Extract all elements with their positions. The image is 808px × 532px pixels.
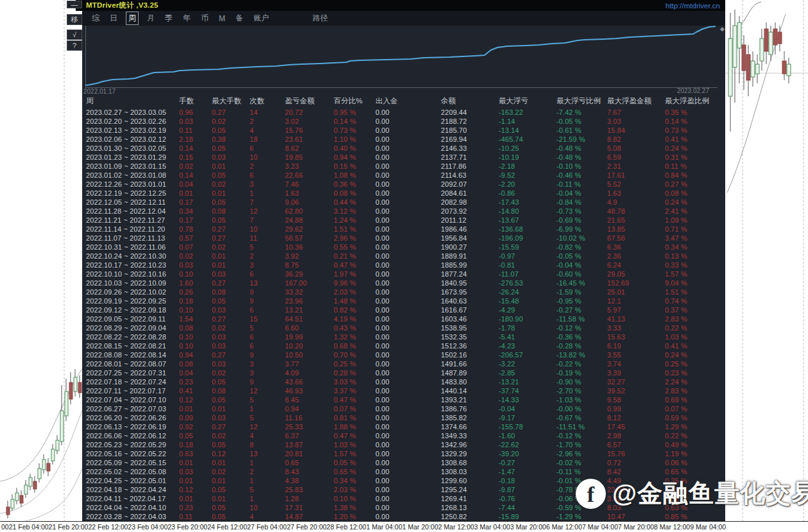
cell: -15.48 (499, 296, 556, 305)
menu-item-日[interactable]: 日 (108, 12, 119, 24)
cell: 0.10 (179, 270, 212, 279)
table-row[interactable]: 2022.05.23 ~ 2022.05.290.180.05813.871.0… (86, 440, 724, 449)
table-row[interactable]: 2023.02.20 ~ 2023.02.260.030.0223.020.14… (86, 117, 724, 126)
cell: -4.29 (499, 305, 556, 314)
cell: 2022.05.09 ~ 2022.05.15 (86, 458, 179, 467)
panel-resize-handle-icon[interactable]: ◆ (720, 26, 725, 32)
menu-item-年[interactable]: 年 (181, 12, 193, 24)
cell: 0.96 (179, 108, 212, 117)
table-row[interactable]: 2022.11.21 ~ 2022.11.270.170.05724.881.2… (86, 216, 724, 225)
table-row[interactable]: 2022.07.18 ~ 2022.07.240.230.05943.663.0… (86, 377, 724, 386)
table-row[interactable]: 2023.01.02 ~ 2023.01.080.140.05622.661.0… (86, 171, 724, 180)
cell: 6.45 (285, 395, 334, 404)
menu-item-备[interactable]: 备 (234, 12, 245, 24)
cell: 4.9 (607, 198, 665, 207)
cell: 2023.01.23 ~ 2023.01.29 (86, 153, 179, 162)
cell: 3.77 (285, 359, 334, 368)
table-row[interactable]: 2022.12.05 ~ 2022.12.110.170.0579.060.44… (86, 198, 724, 207)
cell: 0.00 (375, 404, 441, 413)
cell: 9.58 (607, 395, 665, 404)
table-row[interactable]: 2022.07.25 ~ 2022.07.310.040.0234.090.28… (86, 368, 724, 377)
table-row[interactable]: 2022.07.11 ~ 2022.07.170.410.081246.933.… (86, 386, 724, 395)
cell: 1295.24 (441, 485, 499, 494)
cell: -0.12 % (556, 431, 607, 440)
table-row[interactable]: 2022.08.22 ~ 2022.08.280.100.03619.991.3… (86, 332, 724, 341)
table-row[interactable]: 2022.09.05 ~ 2022.09.111.540.271564.514.… (86, 314, 724, 323)
cell: 4.38 (285, 476, 334, 485)
cell: 12 (250, 207, 285, 216)
cell: 10 (250, 153, 285, 162)
table-row[interactable]: 2022.11.07 ~ 2022.11.130.570.271156.572.… (86, 234, 724, 243)
cell: 10.50 (285, 350, 334, 359)
menu-item-月[interactable]: 月 (145, 12, 157, 24)
cell: -13.21 (499, 377, 556, 386)
table-row[interactable]: 2022.11.28 ~ 2022.12.040.340.081262.803.… (86, 207, 724, 216)
table-row[interactable]: 2023.02.13 ~ 2023.02.190.110.05415.760.7… (86, 126, 724, 135)
table-row[interactable]: 2022.08.29 ~ 2022.09.040.080.0256.600.43… (86, 323, 724, 332)
cell: 0.95 % (334, 108, 375, 117)
table-row[interactable]: 2022.10.31 ~ 2022.11.060.070.02510.360.5… (86, 243, 724, 252)
cell: 1512.36 (441, 341, 499, 350)
move-button[interactable]: 移 (67, 14, 82, 25)
cell: 6.19 (607, 341, 665, 350)
table-row[interactable]: 2023.01.23 ~ 2023.01.290.150.031019.850.… (86, 153, 724, 162)
cell: 0.00 (375, 431, 441, 440)
table-row[interactable]: 2022.10.17 ~ 2022.10.230.030.0138.750.47… (86, 261, 724, 270)
table-row[interactable]: 2022.10.03 ~ 2022.10.091.600.2713167.009… (86, 279, 724, 287)
menu-item-综[interactable]: 综 (90, 12, 101, 24)
help-button[interactable]: ? (67, 40, 82, 51)
cell: 0.00 (375, 485, 441, 494)
cell: 1.51 % (665, 287, 724, 296)
table-row[interactable]: 2022.09.26 ~ 2022.10.020.260.08933.322.0… (86, 287, 724, 296)
menu-item-季[interactable]: 季 (163, 12, 175, 24)
table-row[interactable]: 2022.10.24 ~ 2022.10.300.020.0123.920.21… (86, 252, 724, 261)
cell: 0.00 (375, 144, 441, 153)
table-row[interactable]: 2022.06.13 ~ 2022.06.190.920.271225.331.… (86, 422, 724, 431)
table-row[interactable]: 2023.02.06 ~ 2023.02.122.180.381823.611.… (86, 135, 724, 144)
minimize-button[interactable]: — (67, 1, 82, 8)
menu-item-账户[interactable]: 账户 (252, 12, 271, 24)
table-row[interactable]: 2022.03.28 ~ 2022.04.030.110.05414.871.2… (86, 512, 724, 521)
table-row[interactable]: 2022.10.10 ~ 2022.10.160.100.03636.291.9… (86, 270, 724, 279)
table-row[interactable]: 2022.05.02 ~ 2022.05.080.030.0228.430.65… (86, 467, 724, 476)
panel-url-link[interactable]: http://mtdriver.cn (666, 2, 720, 10)
menu-item-周[interactable]: 周 (126, 12, 139, 25)
menu-item-币[interactable]: 币 (199, 12, 211, 24)
cell: -0.05 % (556, 252, 607, 261)
table-row[interactable]: 2022.08.15 ~ 2022.08.210.100.03610.200.6… (86, 341, 724, 350)
table-row[interactable]: 2023.01.30 ~ 2023.02.050.140.0568.620.40… (86, 144, 724, 153)
table-row[interactable]: 2022.06.20 ~ 2022.06.260.090.03511.160.8… (86, 413, 724, 422)
table-row[interactable]: 2022.09.19 ~ 2022.09.250.180.05923.961.4… (86, 296, 724, 305)
cell: 9.06 (285, 198, 334, 207)
cell: 19.85 (285, 153, 334, 162)
table-row[interactable]: 2022.05.09 ~ 2022.05.150.010.0110.650.05… (86, 458, 724, 467)
table-row[interactable]: 2022.09.12 ~ 2022.09.180.100.03613.210.8… (86, 305, 724, 314)
table-row[interactable]: 2022.12.19 ~ 2022.12.250.010.0111.630.08… (86, 189, 724, 198)
time-tick-label: 23 Feb 04:00 (128, 523, 168, 531)
cell: 1640.63 (441, 296, 499, 305)
table-row[interactable]: 2023.01.09 ~ 2023.01.150.020.0123.230.15… (86, 162, 724, 171)
menu-item-path[interactable]: 路径 (311, 12, 330, 24)
table-row[interactable]: 2022.06.27 ~ 2022.07.030.010.0110.940.07… (86, 404, 724, 413)
cell: -136.68 (499, 225, 556, 234)
table-row[interactable]: 2022.12.26 ~ 2023.01.010.040.0237.460.36… (86, 180, 724, 189)
cell: 1.08 % (334, 171, 375, 180)
table-row[interactable]: 2022.07.04 ~ 2022.07.100.120.0556.450.47… (86, 395, 724, 404)
table-row[interactable]: 2022.08.08 ~ 2022.08.140.940.27910.500.7… (86, 350, 724, 359)
table-row[interactable]: 2022.05.16 ~ 2022.05.220.630.121320.811.… (86, 449, 724, 458)
table-row[interactable]: 2022.08.01 ~ 2022.08.070.080.0333.770.25… (86, 359, 724, 368)
cell: 2.03 % (334, 485, 375, 494)
cell: 1.29 % (665, 422, 724, 431)
table-row[interactable]: 2023.02.27 ~ 2023.03.050.960.271420.720.… (86, 108, 724, 117)
cell: 1502.16 (441, 350, 499, 359)
cell: 4 (250, 512, 285, 521)
menu-item-M[interactable]: M (217, 13, 227, 24)
table-row[interactable]: 2022.11.14 ~ 2022.11.200.780.271029.621.… (86, 225, 724, 234)
table-row[interactable]: 2022.06.06 ~ 2022.06.120.050.0246.370.47… (86, 431, 724, 440)
cell: 2146.33 (441, 144, 499, 153)
check-button[interactable]: √ (67, 30, 82, 40)
cell: 5 (250, 485, 285, 494)
cell: -0.10 % (556, 162, 607, 171)
cell: 2 (250, 467, 285, 476)
time-axis[interactable]: 0021 Feb 04:0021 Feb 20:0022 Feb 12:0023… (0, 521, 808, 532)
